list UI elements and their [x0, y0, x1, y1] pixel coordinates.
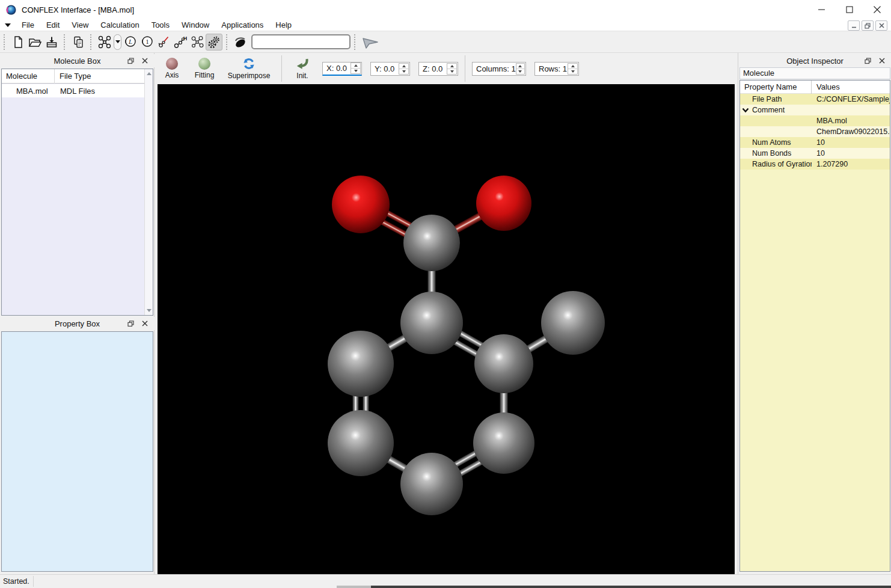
menu-edit[interactable]: Edit — [40, 19, 66, 31]
mdi-close-button[interactable] — [875, 20, 887, 31]
minimize-button[interactable] — [808, 0, 836, 19]
float-panel-button[interactable] — [126, 56, 135, 66]
toolbar-handle[interactable] — [354, 34, 357, 50]
scroll-up-icon[interactable] — [147, 72, 152, 75]
build-molecule-button[interactable] — [96, 34, 113, 51]
mdi-restore-button[interactable] — [862, 20, 874, 31]
x-spinbox[interactable]: X: 0.0 — [322, 62, 362, 76]
molecule-settings-button[interactable] — [206, 34, 222, 51]
system-menu-icon[interactable] — [5, 23, 11, 27]
build-molecule-dropdown[interactable] — [114, 34, 121, 50]
column-values[interactable]: Values — [812, 82, 890, 91]
save-file-icon — [45, 35, 58, 49]
column-molecule-name[interactable]: Molecule Name — [2, 69, 55, 84]
superimpose-button[interactable]: Superimpose — [223, 54, 275, 83]
tab-molecule[interactable]: Molecule — [739, 67, 890, 79]
property-table-header[interactable]: Property Name Values — [740, 81, 890, 94]
menu-tools[interactable]: Tools — [145, 19, 176, 31]
fitting-sphere-icon — [198, 58, 210, 70]
float-panel-button[interactable] — [863, 56, 872, 66]
property-box-header[interactable]: Property Box — [0, 317, 155, 330]
column-file-type[interactable]: File Type — [55, 72, 144, 81]
menu-file[interactable]: File — [16, 19, 40, 31]
molecule-list-header[interactable]: Molecule Name File Type — [2, 69, 144, 84]
columns-spin-buttons[interactable] — [516, 63, 525, 75]
close-icon — [142, 320, 148, 326]
close-panel-button[interactable] — [877, 56, 887, 66]
menu-applications[interactable]: Applications — [215, 19, 269, 31]
fitting-button[interactable]: Fitting — [189, 54, 219, 83]
toolbar-handle[interactable] — [90, 34, 93, 50]
check-structure-button[interactable] — [155, 34, 172, 51]
toolbar-separator — [281, 55, 282, 82]
marker-pen-button[interactable] — [232, 34, 249, 51]
app-window: CONFLEX Interface - [MBA.mol] File Edit … — [0, 0, 891, 588]
y-spinbox[interactable]: Y: 0.0 — [370, 62, 410, 76]
toolbar-handle[interactable] — [4, 34, 7, 50]
maximize-button[interactable] — [836, 0, 863, 19]
rows-spin-buttons[interactable] — [568, 63, 578, 75]
column-property-name[interactable]: Property Name — [740, 81, 812, 94]
float-icon — [127, 58, 134, 64]
init-button[interactable]: Init. — [289, 54, 316, 83]
property-row-comment-line1[interactable]: MBA.mol — [740, 115, 890, 126]
atom-O — [332, 176, 390, 233]
atom-C — [328, 410, 394, 476]
x-spin-buttons[interactable] — [351, 63, 361, 74]
add-hydrogens-button[interactable]: H — [172, 34, 189, 51]
molecule-settings-icon — [207, 35, 221, 49]
spin-down-icon — [450, 70, 454, 73]
status-separator — [33, 576, 34, 587]
rows-spinbox[interactable]: Rows: 1 — [534, 62, 579, 76]
property-row-comment[interactable]: Comment — [740, 105, 890, 115]
chevron-down-icon[interactable] — [742, 107, 749, 113]
svg-text:H: H — [183, 35, 187, 41]
float-panel-button[interactable] — [126, 319, 135, 328]
menu-window[interactable]: Window — [176, 19, 215, 31]
scrollbar[interactable] — [144, 69, 153, 315]
property-row-num-atoms[interactable]: Num Atoms 10 — [740, 137, 890, 148]
molecule-row[interactable]: MBA.mol MDL Files — [2, 84, 144, 97]
command-input[interactable] — [251, 34, 351, 49]
property-box-content — [1, 331, 153, 572]
toolbar-handle[interactable] — [64, 34, 67, 50]
run-command-button[interactable] — [360, 34, 381, 51]
number-atoms-button[interactable]: 1 — [138, 34, 155, 51]
columns-spinbox[interactable]: Columns: 1 — [472, 62, 526, 76]
z-spinbox[interactable]: Z: 0.0 — [418, 62, 458, 76]
z-spin-buttons[interactable] — [447, 63, 457, 75]
y-spin-buttons[interactable] — [399, 63, 409, 75]
menu-calculation[interactable]: Calculation — [94, 19, 145, 31]
object-inspector-header[interactable]: Object Inspector — [738, 54, 891, 67]
property-row-file-path[interactable]: File Path C:/CONFLEX/Sample_... — [740, 94, 890, 105]
property-row-radius-of-gyration[interactable]: Radius of Gyration 1.207290 — [740, 159, 890, 170]
main-toolbar: L 1 H — [0, 31, 891, 53]
molecule-network-button[interactable] — [189, 34, 206, 51]
spin-down-icon — [402, 70, 406, 73]
close-panel-button[interactable] — [140, 319, 150, 328]
molecule-3d-viewport[interactable] — [158, 84, 735, 574]
window-title: CONFLEX Interface - [MBA.mol] — [22, 5, 134, 14]
add-hydrogens-icon: H — [174, 35, 187, 49]
new-file-button[interactable] — [10, 34, 26, 51]
build-molecule-icon — [98, 35, 111, 49]
open-file-icon — [28, 35, 41, 49]
menu-view[interactable]: View — [66, 19, 94, 31]
bottom-edge-strip — [337, 586, 371, 588]
save-file-button[interactable] — [43, 34, 60, 51]
scroll-down-icon[interactable] — [147, 309, 152, 312]
view-toolbar: Axis Fitting Superimpose Init. X: 0.0 Y:… — [155, 53, 738, 84]
label-atoms-button[interactable]: L — [121, 34, 138, 51]
mdi-minimize-button[interactable] — [848, 20, 860, 31]
toolbar-handle[interactable] — [226, 34, 229, 50]
axis-button[interactable]: Axis — [158, 54, 186, 83]
property-row-num-bonds[interactable]: Num Bonds 10 — [740, 148, 890, 159]
close-button[interactable] — [863, 0, 891, 19]
close-panel-button[interactable] — [140, 56, 150, 66]
molecule-box-header[interactable]: Molecule Box — [0, 54, 155, 67]
open-file-button[interactable] — [26, 34, 43, 51]
property-row-comment-line2[interactable]: ChemDraw09022015... — [740, 126, 890, 137]
menu-help[interactable]: Help — [269, 19, 298, 31]
copy-button[interactable] — [70, 34, 87, 51]
spin-down-icon — [354, 70, 358, 72]
